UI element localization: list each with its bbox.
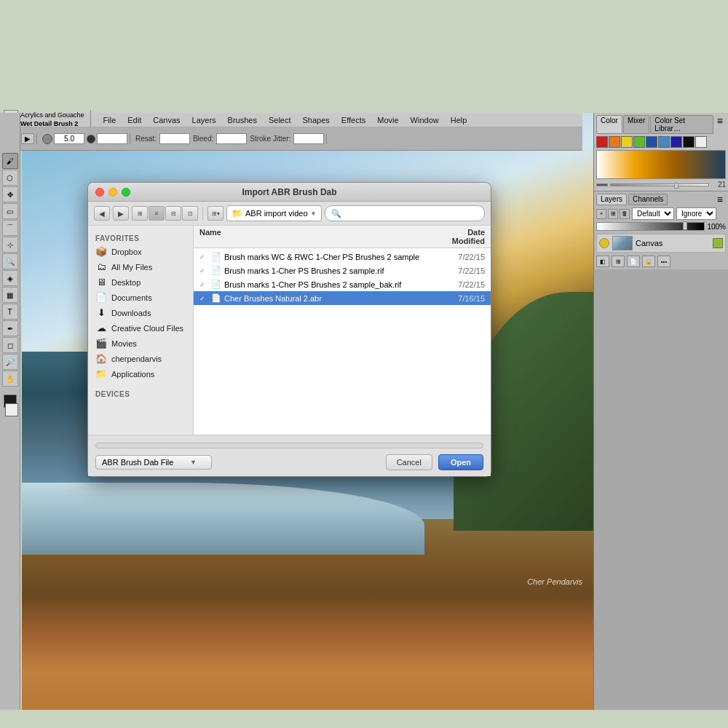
tool-gradient[interactable]: ▦ xyxy=(2,287,18,303)
menu-help[interactable]: Help xyxy=(448,115,470,125)
file-row-2[interactable]: ✓ 📄 Brush marks 1-Cher PS Brushes 2 samp… xyxy=(194,277,491,291)
file-row-1[interactable]: ✓ 📄 Brush marks 1-Cher PS Brushes 2 samp… xyxy=(194,264,491,277)
nav-back-btn[interactable]: ◀ xyxy=(94,206,110,221)
new-layer-btn[interactable]: + xyxy=(596,209,606,219)
swatch-blue[interactable] xyxy=(646,136,657,148)
sidebar-label-applications: Applications xyxy=(111,370,154,379)
tool-paint-bucket[interactable]: ◈ xyxy=(2,270,18,286)
tab-color[interactable]: Color xyxy=(596,115,622,134)
file-type-dropdown[interactable]: ABR Brush Dab File ▼ xyxy=(95,455,212,470)
jitter-input[interactable]: 0.00 xyxy=(293,133,324,144)
layers-panel-menu[interactable]: ≡ xyxy=(714,194,726,205)
menu-window[interactable]: Window xyxy=(408,115,441,125)
scroll-bar[interactable] xyxy=(95,443,483,448)
layer-btn-2[interactable]: ⊞ xyxy=(612,256,625,267)
tool-hand[interactable]: ✋ xyxy=(2,371,18,387)
bleed-input[interactable]: 0% xyxy=(216,133,247,144)
sidebar-item-creative-cloud[interactable]: ☁ Creative Cloud Files xyxy=(88,320,193,336)
color-panel-menu[interactable]: ≡ xyxy=(714,115,726,134)
delete-layer-btn[interactable]: 🗑 xyxy=(620,209,630,219)
swatch-green[interactable] xyxy=(633,136,645,148)
menu-effects[interactable]: Effects xyxy=(339,115,368,125)
tool-move[interactable]: ✥ xyxy=(2,186,18,202)
preserve-select[interactable]: Ignore xyxy=(676,207,716,220)
tab-color-set[interactable]: Color Set Librar… xyxy=(650,115,713,134)
background-color[interactable] xyxy=(5,403,18,416)
swatch-black[interactable] xyxy=(683,136,695,148)
view-arrange-btn[interactable]: ⊞▾ xyxy=(207,206,223,221)
view-icon-btn[interactable]: ⊞ xyxy=(132,206,148,221)
sidebar-item-applications[interactable]: 📁 Applications xyxy=(88,366,193,381)
resat-input[interactable]: 100% xyxy=(159,133,190,144)
location-dropdown[interactable]: 📁 ABR import video ▼ xyxy=(226,205,322,221)
tab-channels[interactable]: Channels xyxy=(628,194,668,205)
sidebar-item-movies[interactable]: 🎬 Movies xyxy=(88,336,193,351)
swatch-white[interactable] xyxy=(695,136,707,148)
menu-shapes[interactable]: Shapes xyxy=(301,115,332,125)
tool-crop[interactable]: ⊹ xyxy=(2,237,18,253)
brush-size-input[interactable] xyxy=(54,133,84,144)
menu-edit[interactable]: Edit xyxy=(125,115,143,125)
tool-text[interactable]: T xyxy=(2,304,18,320)
menu-movie[interactable]: Movie xyxy=(375,115,400,125)
view-list-btn[interactable]: ≡ xyxy=(149,206,165,221)
sidebar-item-home[interactable]: 🏠 cherpendarvis xyxy=(88,351,193,366)
opacity-input[interactable]: 100% xyxy=(97,133,127,144)
tool-select-lasso[interactable]: ⌒ xyxy=(2,220,18,236)
color-indicator[interactable] xyxy=(2,395,18,416)
nav-forward-btn[interactable]: ▶ xyxy=(113,206,129,221)
layer-visibility-icon[interactable] xyxy=(599,238,609,248)
swatch-dark-blue[interactable] xyxy=(670,136,682,148)
close-button[interactable] xyxy=(95,188,104,197)
minimize-button[interactable] xyxy=(108,188,117,197)
file-check-1: ✓ xyxy=(199,267,208,274)
view-cover-btn[interactable]: ⊡ xyxy=(182,206,198,221)
tool-brush[interactable]: 🖌 xyxy=(2,153,18,169)
cancel-button[interactable]: Cancel xyxy=(386,454,432,470)
swatch-orange[interactable] xyxy=(609,136,620,148)
swatch-yellow[interactable] xyxy=(621,136,633,148)
tab-layers[interactable]: Layers xyxy=(596,194,627,205)
color-gradient[interactable] xyxy=(596,150,726,179)
sidebar-item-documents[interactable]: 📄 Documents xyxy=(88,290,193,305)
layer-btn-5[interactable]: ••• xyxy=(657,256,670,267)
swatch-light-blue[interactable] xyxy=(658,136,670,148)
maximize-button[interactable] xyxy=(122,188,130,197)
tab-mixer[interactable]: Mixer xyxy=(623,115,649,134)
tool-zoom[interactable]: 🔎 xyxy=(2,354,18,370)
blend-mode-select[interactable]: Default xyxy=(632,207,674,220)
menu-brushes[interactable]: Brushes xyxy=(226,115,259,125)
search-input[interactable] xyxy=(344,209,478,218)
sidebar-item-dropbox[interactable]: 📦 Dropbox xyxy=(88,244,193,259)
sidebar-label-desktop: Desktop xyxy=(111,278,141,287)
swatch-red[interactable] xyxy=(596,136,608,148)
layer-row-canvas[interactable]: Canvas xyxy=(596,234,726,253)
layer-btn-1[interactable]: ◧ xyxy=(596,256,609,267)
search-box[interactable]: 🔍 xyxy=(325,205,485,221)
tool-select-rect[interactable]: ▭ xyxy=(2,203,18,219)
group-layer-btn[interactable]: ⊞ xyxy=(608,209,618,219)
opacity-slider[interactable] xyxy=(596,222,705,231)
menu-layers[interactable]: Layers xyxy=(190,115,218,125)
layer-btn-4[interactable]: 🔒 xyxy=(642,256,655,267)
menu-file[interactable]: File xyxy=(101,115,119,125)
sidebar-item-all-files[interactable]: 🗂 All My Files xyxy=(88,259,193,274)
open-button[interactable]: Open xyxy=(438,454,483,470)
view-buttons: ⊞ ≡ ⊟ ⊡ xyxy=(132,206,198,221)
file-row-3[interactable]: ✓ 📄 Cher Brushes Natural 2.abr 7/16/15 xyxy=(194,291,491,305)
tool-eraser[interactable]: ⬡ xyxy=(2,170,18,186)
menu-select[interactable]: Select xyxy=(266,115,293,125)
toolbar-nav-right[interactable]: ▶ xyxy=(21,133,34,144)
tool-eyedropper[interactable]: 🔍 xyxy=(2,253,18,269)
saturation-slider[interactable] xyxy=(610,183,709,186)
tool-pen[interactable]: ✒ xyxy=(2,320,18,336)
sidebar-item-desktop[interactable]: 🖥 Desktop xyxy=(88,274,193,290)
file-row-0[interactable]: ✓ 📄 Brush marks WC & RWC 1-Cher PS Brush… xyxy=(194,250,491,264)
tool-shape[interactable]: ◻ xyxy=(2,337,18,353)
view-column-btn[interactable]: ⊟ xyxy=(165,206,181,221)
sidebar-item-downloads[interactable]: ⬇ Downloads xyxy=(88,305,193,320)
size-circle-icon xyxy=(42,134,52,144)
right-panel: Color Mixer Color Set Librar… ≡ 21 xyxy=(593,113,728,710)
menu-canvas[interactable]: Canvas xyxy=(151,115,182,125)
layer-btn-3[interactable]: 📄 xyxy=(627,256,640,267)
